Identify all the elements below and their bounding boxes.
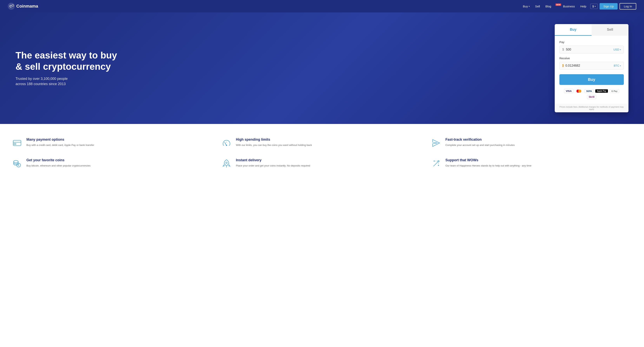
navbar: C Coinmama Buy ▾ Sell Blog NEW Business … <box>0 0 644 13</box>
svg-line-17 <box>434 162 437 166</box>
feature-favorite-coins: $ Get your favorite coins Buy bitcoin, e… <box>12 158 213 169</box>
feature-support: Support that WOWs Our team of Happiness … <box>431 158 632 169</box>
pay-label: Pay <box>560 41 624 44</box>
widget-container: Buy Sell Pay $ USD ▾ Receive ₿ <box>555 24 628 112</box>
pay-input[interactable] <box>566 48 614 51</box>
chevron-down-icon: ▾ <box>595 5 596 8</box>
gauge-icon <box>221 138 232 148</box>
hero-section: The easiest way to buy& sell cryptocurre… <box>0 13 644 124</box>
mc-yellow-circle <box>578 90 581 93</box>
logo[interactable]: C Coinmama <box>8 3 38 10</box>
feature-support-desc: Our team of Happiness Heroes stands by t… <box>446 164 532 168</box>
feature-instant-delivery-title: Instant delivery <box>236 158 310 162</box>
feature-support-content: Support that WOWs Our team of Happiness … <box>446 158 532 168</box>
login-button[interactable]: Log In <box>620 3 636 10</box>
svg-rect-3 <box>13 140 21 146</box>
logo-text: Coinmama <box>16 4 38 9</box>
tab-buy[interactable]: Buy <box>555 24 592 36</box>
hero-subtitle: Trusted by over 3,100,000 peopleacross 1… <box>16 76 132 87</box>
receive-currency-selector[interactable]: BTC ▾ <box>614 64 621 67</box>
nav-blog[interactable]: Blog <box>546 5 551 8</box>
nav-links: Buy ▾ Sell Blog NEW Business Help <box>523 5 586 8</box>
chevron-down-icon: ▾ <box>529 5 530 8</box>
feature-spending-limits-title: High spending limits <box>236 138 312 142</box>
features-section: Many payment options Buy with a credit c… <box>0 124 644 183</box>
tab-sell[interactable]: Sell <box>592 24 628 36</box>
svg-line-21 <box>438 163 439 164</box>
feature-favorite-coins-desc: Buy bitcoin, ethereum and other popular … <box>26 164 90 168</box>
mastercard-badge <box>575 89 583 93</box>
receive-input[interactable] <box>566 64 614 67</box>
chevron-down-icon: ▾ <box>620 49 621 51</box>
svg-text:C: C <box>10 5 12 8</box>
svg-line-20 <box>436 161 436 162</box>
rocket-icon <box>221 158 232 169</box>
feature-spending-limits: High spending limits With our limits, yo… <box>221 138 423 148</box>
feature-favorite-coins-title: Get your favorite coins <box>26 158 90 162</box>
feature-spending-limits-content: High spending limits With our limits, yo… <box>236 138 312 147</box>
feature-instant-delivery: Instant delivery Place your order and ge… <box>221 158 423 169</box>
feature-payment-options-desc: Buy with a credit card, debit card, Appl… <box>26 143 94 147</box>
feature-verification-title: Fast-track verification <box>446 138 515 142</box>
applepay-badge: Apple Pay <box>595 89 608 93</box>
skrill-badge: Skrill <box>587 95 596 99</box>
feature-payment-options-title: Many payment options <box>26 138 94 142</box>
svg-text:$: $ <box>18 164 19 167</box>
card-icon <box>12 138 22 148</box>
svg-point-15 <box>226 162 227 164</box>
widget-body: Pay $ USD ▾ Receive ₿ BTC ▾ <box>555 36 628 104</box>
gpay-badge: G Pay <box>610 89 619 93</box>
hero-title: The easiest way to buy& sell cryptocurre… <box>16 50 132 72</box>
chevron-down-icon: ▾ <box>620 65 621 67</box>
svg-point-7 <box>226 145 227 146</box>
receive-currency-label: BTC <box>614 64 619 67</box>
feature-instant-delivery-content: Instant delivery Place your order and ge… <box>236 158 310 168</box>
send-icon <box>431 138 442 148</box>
feature-verification-content: Fast-track verification Complete your ac… <box>446 138 515 147</box>
logo-icon: C <box>8 3 15 10</box>
feature-payment-options-content: Many payment options Buy with a credit c… <box>26 138 94 147</box>
nav-buy[interactable]: Buy ▾ <box>523 5 530 8</box>
dollar-sign-icon: $ <box>562 48 564 51</box>
hero-text: The easiest way to buy& sell cryptocurre… <box>16 50 132 87</box>
buy-sell-widget: Buy Sell Pay $ USD ▾ Receive ₿ <box>555 24 628 112</box>
visa-badge: VISA <box>564 89 573 93</box>
new-badge: NEW <box>556 4 561 6</box>
feature-spending-limits-desc: With our limits, you can buy the coins y… <box>236 143 312 147</box>
pay-currency-label: USD <box>613 48 619 51</box>
feature-verification-desc: Complete your account set up and start p… <box>446 143 515 147</box>
svg-rect-5 <box>14 143 16 145</box>
svg-point-12 <box>14 160 18 163</box>
sepa-badge: SEPA <box>584 89 594 93</box>
widget-tabs: Buy Sell <box>555 24 628 36</box>
wand-icon <box>431 158 442 169</box>
nav-sell[interactable]: Sell <box>535 5 540 8</box>
pay-input-row: $ USD ▾ <box>560 46 624 54</box>
nav-help[interactable]: Help <box>580 5 586 8</box>
svg-marker-11 <box>433 140 440 147</box>
buy-button[interactable]: Buy <box>560 74 624 85</box>
receive-input-row: ₿ BTC ▾ <box>560 62 624 70</box>
payment-methods: VISA SEPA Apple Pay G Pay Skrill <box>560 89 624 99</box>
feature-favorite-coins-content: Get your favorite coins Buy bitcoin, eth… <box>26 158 90 168</box>
feature-support-title: Support that WOWs <box>446 158 532 162</box>
currency-selector[interactable]: $ ▾ <box>590 4 598 9</box>
nav-business[interactable]: NEW Business <box>557 5 575 8</box>
feature-instant-delivery-desc: Place your order and get your coins inst… <box>236 164 310 168</box>
bitcoin-icon: ₿ <box>562 64 564 67</box>
pay-currency-selector[interactable]: USD ▾ <box>613 48 621 51</box>
signup-button[interactable]: Sign Up <box>600 3 618 10</box>
feature-verification: Fast-track verification Complete your ac… <box>431 138 632 148</box>
feature-payment-options: Many payment options Buy with a credit c… <box>12 138 213 148</box>
receive-label: Receive <box>560 57 624 60</box>
widget-disclaimer: Prices include fees. Additional charges … <box>555 104 628 112</box>
currency-symbol: $ <box>592 5 594 8</box>
coins-icon: $ <box>12 158 22 169</box>
